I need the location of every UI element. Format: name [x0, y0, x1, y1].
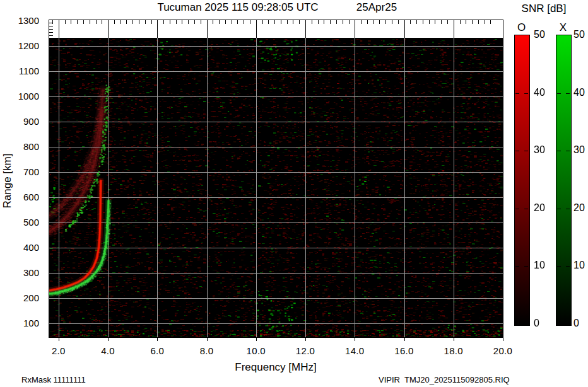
colorbar-tick-label: 0: [534, 318, 553, 328]
y-tick-label: 600: [5, 192, 39, 202]
x-tick-mark: [207, 337, 208, 341]
colorbar-tick-label: 30: [573, 145, 588, 155]
file-info-text: VIPIR TMJ20_2025115092805.RIQ: [379, 375, 510, 384]
colorbar-tick-dash: [515, 209, 519, 209]
x-tick-label: 6.0: [138, 346, 176, 356]
colorbar-x-gradient: [556, 35, 571, 325]
x-tick-label: 20.0: [484, 346, 522, 356]
colorbar-tick-dash: [524, 209, 528, 209]
rx-mask-text: RxMask 11111111: [21, 375, 86, 384]
y-tick-label: 300: [5, 268, 39, 278]
colorbar-o-gradient: [515, 35, 529, 325]
colorbar-tick-label: 10: [534, 260, 553, 270]
x-tick-mark: [355, 337, 355, 341]
colorbar-title: SNR [dB]: [512, 3, 575, 15]
colorbar-tick-label: 30: [534, 145, 553, 155]
colorbar-tick-dash: [557, 209, 561, 209]
colorbar-tick-dash: [566, 151, 570, 151]
ionogram-screen: Tucuman 2025 115 09:28:05 UTC 25Apr25 Ra…: [0, 0, 588, 387]
x-tick-label: 4.0: [89, 346, 127, 356]
colorbar-tick-label: 50: [534, 30, 553, 40]
colorbar-tick-dash: [524, 151, 528, 151]
y-tick-label: 700: [5, 167, 39, 177]
x-tick-mark: [503, 337, 503, 341]
x-tick-label: 14.0: [336, 346, 373, 356]
x-tick-mark: [59, 337, 59, 341]
y-tick-label: 1200: [5, 41, 39, 51]
page-title-date: 25Apr25: [348, 1, 405, 14]
x-tick-mark: [305, 337, 306, 341]
y-tick-label: 100: [5, 318, 39, 328]
x-tick-mark: [157, 337, 158, 341]
colorbar-tick-dash: [557, 266, 561, 267]
x-tick-mark: [256, 337, 257, 341]
x-tick-label: 8.0: [188, 346, 226, 356]
x-tick-mark: [454, 337, 454, 341]
y-tick-label: 500: [5, 217, 39, 228]
colorbar-tick-label: 40: [573, 88, 588, 98]
colorbar-tick-label: 20: [534, 203, 553, 213]
colorbar-tick-label: 20: [573, 203, 588, 213]
y-tick-label: 1000: [5, 91, 39, 101]
y-tick-label: 800: [5, 142, 39, 152]
colorbar-tick-label: 40: [534, 88, 553, 98]
colorbar-tick-dash: [557, 151, 561, 151]
y-tick-label: 1300: [5, 16, 39, 26]
colorbar-x-label: X: [556, 21, 570, 34]
colorbar-o-label: O: [514, 21, 529, 34]
x-tick-label: 2.0: [40, 346, 78, 356]
x-tick-label: 10.0: [237, 346, 275, 356]
colorbar-x-mode: [556, 35, 572, 326]
colorbar-tick-dash: [515, 266, 519, 267]
colorbar-tick-label: 10: [573, 260, 588, 270]
page-title: Tucuman 2025 115 09:28:05 UTC: [101, 1, 375, 14]
colorbar-tick-dash: [524, 266, 528, 267]
y-tick-label: 1100: [5, 66, 39, 76]
y-tick-label: 900: [5, 117, 39, 127]
x-tick-label: 18.0: [435, 346, 473, 356]
plot-frame: [49, 20, 503, 338]
colorbar-tick-dash: [566, 209, 570, 209]
colorbar-tick-dash: [515, 151, 519, 151]
colorbar-tick-dash: [515, 93, 519, 94]
x-tick-label: 16.0: [385, 346, 423, 356]
colorbar-tick-dash: [566, 266, 570, 267]
colorbar-tick-dash: [557, 93, 561, 94]
y-tick-label: 200: [5, 293, 39, 303]
colorbar-tick-dash: [524, 93, 528, 94]
colorbar-tick-label: 0: [573, 318, 588, 328]
x-tick-mark: [108, 337, 109, 341]
colorbar-tick-dash: [566, 93, 570, 94]
y-tick-label: 400: [5, 243, 39, 253]
x-tick-label: 12.0: [286, 346, 324, 356]
colorbar-o-mode: [514, 35, 530, 326]
x-axis-label: Frequency [MHz]: [213, 361, 339, 374]
colorbar-tick-label: 50: [573, 30, 588, 40]
x-tick-mark: [404, 337, 405, 341]
